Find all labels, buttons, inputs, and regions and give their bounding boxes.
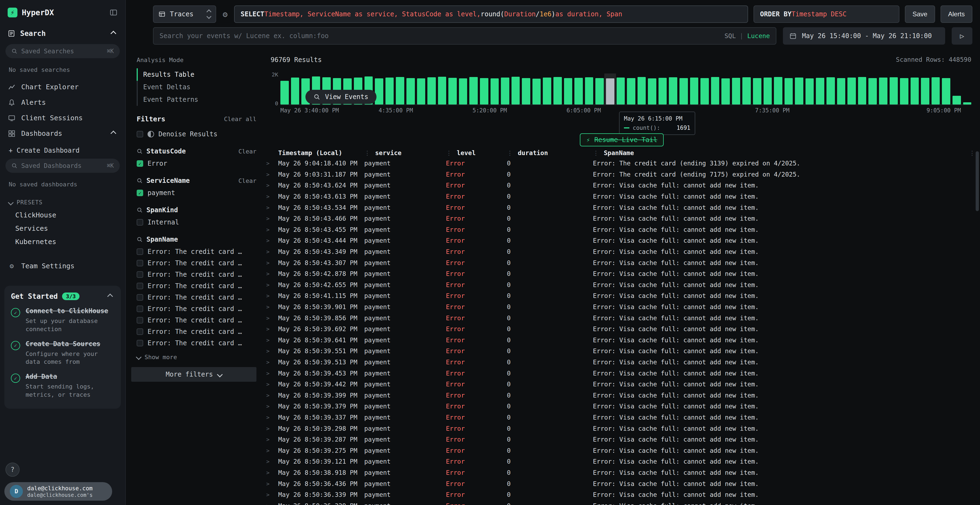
histogram-bar[interactable] [564, 78, 573, 105]
event-search-input[interactable]: Search your events w/ Lucene ex. column:… [153, 27, 776, 44]
histogram-bar[interactable] [742, 77, 751, 105]
create-dashboard-button[interactable]: + Create Dashboard [0, 141, 125, 156]
row-expand-chevron-icon[interactable]: > [266, 337, 278, 343]
row-expand-chevron-icon[interactable]: > [266, 270, 278, 277]
table-row[interactable]: >May 26 8:50:39.379 PMpaymentError0Error… [262, 401, 980, 412]
table-row[interactable]: >May 26 8:50:39.298 PMpaymentError0Error… [262, 423, 980, 434]
histogram-bar[interactable] [417, 78, 425, 105]
table-row[interactable]: >May 26 8:50:39.901 PMpaymentError0Error… [262, 302, 980, 313]
source-settings-gear-icon[interactable]: ⚙ [221, 5, 229, 23]
row-expand-chevron-icon[interactable]: > [266, 193, 278, 200]
order-by-input[interactable]: ORDER BY Timestamp DESC [754, 5, 899, 23]
resume-live-tail-button[interactable]: ⚡ Resume Live Tail [580, 133, 664, 146]
histogram-bar[interactable] [406, 78, 415, 105]
histogram-bar[interactable] [595, 78, 604, 105]
filter-option-error-the-credit-card[interactable]: Error: The credit card … [137, 314, 256, 326]
table-row[interactable]: >May 26 8:50:39.513 PMpaymentError0Error… [262, 357, 980, 368]
sidebar-item-client-sessions[interactable]: Client Sessions [0, 110, 125, 126]
row-expand-chevron-icon[interactable]: > [266, 204, 278, 211]
filter-clear-link[interactable]: Clear [239, 178, 256, 184]
row-expand-chevron-icon[interactable]: > [266, 425, 278, 432]
row-expand-chevron-icon[interactable]: > [266, 237, 278, 244]
histogram-bar[interactable] [953, 96, 961, 105]
table-row[interactable]: >May 26 8:50:39.399 PMpaymentError0Error… [262, 390, 980, 401]
histogram-bar[interactable] [858, 77, 867, 105]
date-range-picker[interactable]: May 26 15:40:00 - May 26 21:10:00 [783, 27, 945, 44]
sidebar-item-team-settings[interactable]: ⚙ Team Settings [0, 258, 125, 274]
histogram-bar[interactable] [721, 78, 730, 105]
table-row[interactable]: >May 26 8:50:39.121 PMpaymentError0Error… [262, 456, 980, 467]
histogram-bar[interactable] [784, 78, 793, 105]
histogram-bar[interactable] [921, 78, 929, 105]
histogram-bar[interactable] [805, 78, 814, 105]
histogram-bar[interactable] [669, 77, 677, 105]
column-header-spanname[interactable]: ⋮SpanName [593, 149, 969, 156]
table-row[interactable]: >May 26 8:50:39.442 PMpaymentError0Error… [262, 379, 980, 390]
table-row[interactable]: >May 26 8:50:39.641 PMpaymentError0Error… [262, 335, 980, 346]
histogram-bar[interactable] [375, 78, 383, 105]
histogram-bar[interactable] [911, 78, 919, 105]
table-row[interactable]: >May 26 8:50:41.115 PMpaymentError0Error… [262, 290, 980, 302]
preset-services[interactable]: Services [0, 222, 125, 235]
filter-option-payment[interactable]: ✓payment [137, 187, 256, 199]
presets-section-toggle[interactable]: PRESETS [0, 194, 125, 208]
histogram-bar[interactable] [869, 78, 877, 105]
table-row[interactable]: >May 26 8:50:43.624 PMpaymentError0Error… [262, 180, 980, 191]
histogram-bar[interactable] [501, 78, 509, 105]
view-events-button[interactable]: View Events [305, 90, 377, 104]
table-row[interactable]: >May 26 8:50:39.856 PMpaymentError0Error… [262, 312, 980, 324]
row-expand-chevron-icon[interactable]: > [266, 348, 278, 354]
histogram-bar[interactable] [690, 78, 698, 105]
histogram-bar[interactable] [280, 81, 289, 105]
histogram-bar[interactable] [617, 78, 625, 105]
help-button[interactable]: ? [5, 462, 20, 477]
histogram-bar[interactable] [753, 78, 761, 105]
row-expand-chevron-icon[interactable]: > [266, 503, 278, 505]
filter-option-error-the-credit-card[interactable]: Error: The credit card … [137, 257, 256, 269]
column-header-timestamp-local[interactable]: Timestamp (Local) [278, 149, 364, 156]
source-select[interactable]: Traces [153, 5, 216, 23]
histogram-bar[interactable] [963, 102, 972, 105]
filter-clear-link[interactable]: Clear [239, 148, 256, 155]
histogram-bar[interactable] [648, 78, 656, 105]
table-row[interactable]: >May 26 8:50:39.287 PMpaymentError0Error… [262, 434, 980, 445]
row-expand-chevron-icon[interactable]: > [266, 226, 278, 233]
histogram-bar[interactable] [427, 77, 436, 105]
table-row[interactable]: >May 26 8:50:43.466 PMpaymentError0Error… [262, 213, 980, 224]
row-expand-chevron-icon[interactable]: > [266, 414, 278, 421]
histogram-bar[interactable] [396, 77, 404, 105]
row-expand-chevron-icon[interactable]: > [266, 260, 278, 266]
filter-option-error-the-credit-card[interactable]: Error: The credit card … [137, 246, 256, 257]
filter-option-error-the-credit-card[interactable]: Error: The credit card … [137, 326, 256, 337]
table-row[interactable]: >May 26 9:04:18.410 PMpaymentError0Error… [262, 158, 980, 169]
row-expand-chevron-icon[interactable]: > [266, 248, 278, 255]
table-row[interactable]: >May 26 8:50:43.455 PMpaymentError0Error… [262, 224, 980, 235]
get-started-item[interactable]: ✓ Connect to ClickHouse Set up your data… [11, 307, 115, 333]
histogram-bar[interactable] [385, 78, 394, 105]
filter-option-error-the-credit-card[interactable]: Error: The credit card … [137, 280, 256, 292]
filter-option-error-the-credit-card[interactable]: Error: The credit card … [137, 337, 256, 349]
filter-option-internal[interactable]: Internal [137, 217, 256, 228]
table-row[interactable]: >May 26 8:50:43.613 PMpaymentError0Error… [262, 191, 980, 202]
histogram-bar[interactable] [700, 78, 709, 105]
histogram-bar[interactable] [543, 78, 551, 105]
preset-clickhouse[interactable]: ClickHouse [0, 208, 125, 222]
histogram-bar-highlighted[interactable] [606, 78, 614, 105]
histogram-bar[interactable] [480, 78, 488, 105]
histogram-bar[interactable] [627, 78, 635, 105]
histogram-bar[interactable] [449, 78, 457, 105]
histogram-bar[interactable] [574, 78, 583, 105]
row-expand-chevron-icon[interactable]: > [266, 282, 278, 288]
table-row[interactable]: >May 26 8:50:42.655 PMpaymentError0Error… [262, 279, 980, 291]
table-row[interactable]: >May 26 8:50:39.337 PMpaymentError0Error… [262, 412, 980, 423]
histogram-bar[interactable] [900, 78, 908, 105]
histogram-bar[interactable] [554, 77, 562, 105]
histogram-bar[interactable] [795, 78, 803, 105]
row-expand-chevron-icon[interactable]: > [266, 436, 278, 443]
histogram-bar[interactable] [837, 78, 846, 105]
table-row[interactable]: >May 26 8:50:43.307 PMpaymentError0Error… [262, 257, 980, 268]
histogram-bar[interactable] [942, 78, 950, 105]
collapse-sidebar-icon[interactable] [110, 8, 118, 17]
column-header-duration[interactable]: ⋮duration [507, 149, 593, 156]
sidebar-item-alerts[interactable]: Alerts [0, 95, 125, 110]
